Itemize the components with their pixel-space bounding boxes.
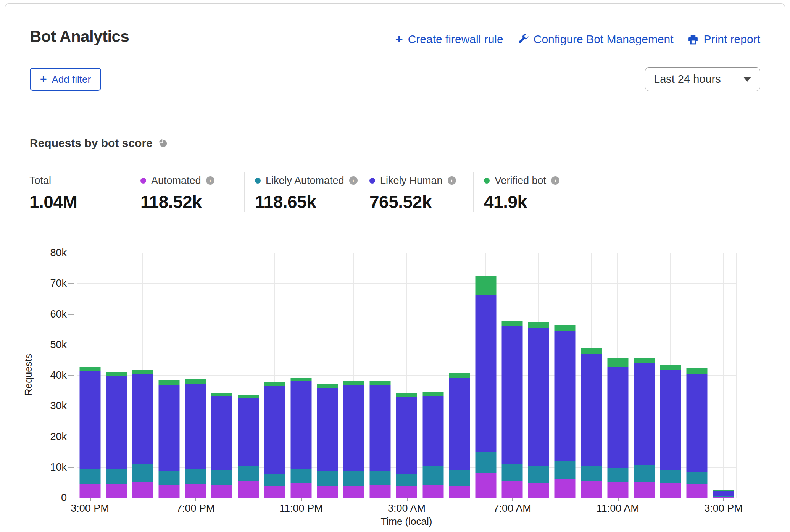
create-firewall-rule-label: Create firewall rule <box>408 33 503 46</box>
stat-total: Total 1.04M <box>29 172 130 212</box>
stat-automated: Automated i 118.52k <box>130 172 244 212</box>
section-heading: Requests by bot score <box>30 137 168 150</box>
stat-value: 118.65k <box>255 192 359 212</box>
header-divider <box>5 108 785 108</box>
stat-likely-automated: Likely Automated i 118.65k <box>244 172 359 212</box>
stat-likely-human: Likely Human i 765.52k <box>359 172 473 212</box>
print-report-link[interactable]: Print report <box>687 33 760 46</box>
create-firewall-rule-link[interactable]: + Create firewall rule <box>395 33 503 46</box>
stat-value: 1.04M <box>29 192 130 212</box>
page-title: Bot Analytics <box>30 27 129 46</box>
stat-verified-bot: Verified bot i 41.9k <box>473 172 588 212</box>
add-filter-label: Add filter <box>52 74 91 85</box>
stat-label: Automated <box>151 175 201 187</box>
time-range-value: Last 24 hours <box>654 73 721 85</box>
plus-icon: + <box>395 32 403 45</box>
configure-bot-management-label: Configure Bot Management <box>534 33 674 46</box>
printer-icon <box>687 34 699 45</box>
stat-label: Total <box>29 175 51 187</box>
time-range-select[interactable]: Last 24 hours <box>645 67 760 91</box>
likely-automated-dot <box>255 178 261 184</box>
stats-row: Total 1.04M Automated i 118.52k Likely A… <box>29 172 588 212</box>
stat-label: Likely Human <box>380 175 443 187</box>
stat-value: 41.9k <box>484 192 588 212</box>
pie-chart-icon <box>158 139 168 148</box>
info-icon[interactable]: i <box>206 176 214 185</box>
wrench-icon <box>517 34 529 45</box>
section-title: Requests by bot score <box>30 137 153 150</box>
stat-value: 118.52k <box>140 192 244 212</box>
info-icon[interactable]: i <box>551 176 559 185</box>
add-filter-button[interactable]: + Add filter <box>30 68 101 91</box>
configure-bot-management-link[interactable]: Configure Bot Management <box>517 33 674 46</box>
info-icon[interactable]: i <box>349 176 358 185</box>
info-icon[interactable]: i <box>448 176 456 185</box>
stat-label: Likely Automated <box>266 175 344 187</box>
stat-value: 765.52k <box>369 192 473 212</box>
print-report-label: Print report <box>704 33 760 46</box>
likely-human-dot <box>369 178 375 184</box>
header-actions: + Create firewall rule Configure Bot Man… <box>395 33 760 46</box>
verified-bot-dot <box>484 178 490 184</box>
stat-label: Verified bot <box>495 175 546 187</box>
plus-icon: + <box>40 73 47 85</box>
automated-dot <box>140 178 146 184</box>
chevron-down-icon <box>743 77 751 82</box>
